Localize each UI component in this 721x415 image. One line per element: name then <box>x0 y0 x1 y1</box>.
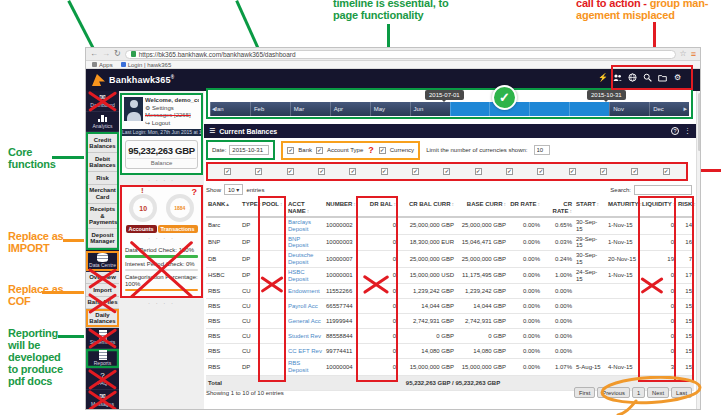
sidebar-item-deposit-manager[interactable]: Deposit Manager <box>88 229 117 248</box>
sidebar-item-analytics[interactable]: Analytics <box>86 112 119 133</box>
search-icon[interactable] <box>643 73 652 82</box>
currency-filter-checkbox[interactable]: ✓ <box>537 168 544 175</box>
date-input[interactable] <box>229 145 269 155</box>
sidebar-item-debit-balances[interactable]: Debit Balances <box>88 153 117 172</box>
currency-checkbox[interactable]: ✓ <box>379 147 386 154</box>
entries-select[interactable]: 10 ▾ <box>224 184 243 195</box>
panel-help-icon[interactable]: ? <box>671 127 679 135</box>
table-cell[interactable]: Deutsche Deposit <box>286 251 324 268</box>
logout-link[interactable]: ↪ Logout <box>145 120 199 128</box>
flash-icon[interactable]: ⚡ <box>598 73 607 82</box>
users-icon[interactable] <box>613 73 622 82</box>
bookmark-login[interactable]: Login | hawk365 <box>121 62 172 68</box>
panel-menu-icon[interactable]: ☰ <box>209 127 215 135</box>
currency-filter-checkbox[interactable]: ✓ <box>381 168 388 175</box>
table-header-cell[interactable]: DR BAL <box>358 199 398 217</box>
table-header-cell[interactable]: RISK <box>676 199 694 217</box>
currency-filter-checkbox[interactable]: ✓ <box>318 168 325 175</box>
timeline-left-arrow-icon[interactable]: ◂ <box>212 102 216 116</box>
pagination-button[interactable]: First <box>574 387 595 398</box>
currency-filter-checkbox[interactable]: ✓ <box>443 168 450 175</box>
table-cell[interactable]: Student Rev <box>286 329 324 344</box>
reload-icon[interactable]: ↻ <box>114 50 121 58</box>
currency-filter-checkbox[interactable]: ✓ <box>631 168 638 175</box>
timeline-month[interactable]: Apr <box>330 102 370 116</box>
timeline-month[interactable]: Mar <box>290 102 330 116</box>
currency-filter-checkbox[interactable]: ✓ <box>349 168 356 175</box>
forward-icon[interactable]: → <box>102 50 110 58</box>
currency-filter-checkbox[interactable]: ✓ <box>224 168 231 175</box>
sidebar-item-reports[interactable]: Reports <box>86 349 119 370</box>
table-header-cell[interactable]: START <box>574 199 606 217</box>
folder-icon[interactable] <box>658 73 667 82</box>
balance-card[interactable]: 95,232,263 GBP Balance <box>125 140 198 169</box>
table-cell[interactable]: General Acc <box>286 314 324 329</box>
address-bar[interactable]: https://bk365.bankhawk.com/bankhawk365/d… <box>125 50 676 59</box>
timeline-month[interactable]: Feb <box>250 102 290 116</box>
messages-link[interactable]: Messages [2265] <box>145 112 199 120</box>
table-header-cell[interactable]: NUMBER <box>324 199 358 217</box>
sidebar-item-dashboard[interactable]: ✉ Dashboard <box>86 91 119 112</box>
table-header-cell[interactable]: CR BAL CURR <box>398 199 456 217</box>
back-icon[interactable]: ← <box>90 50 98 58</box>
table-header-cell[interactable]: TYPE <box>240 199 260 217</box>
currency-filter-checkbox[interactable]: ✓ <box>475 168 482 175</box>
pagination-button[interactable]: Previous <box>597 387 630 398</box>
table-header-cell[interactable]: CR RATE <box>542 199 574 217</box>
timeline[interactable]: JanFebMarAprMayJunJulAugSepOctNovDec <box>210 102 689 116</box>
sidebar-item-messages[interactable]: ✉ Messages <box>86 390 119 411</box>
settings-link[interactable]: ⚙ Settings <box>145 105 199 113</box>
table-header-cell[interactable]: ACCT NAME <box>286 199 324 217</box>
bank-checkbox[interactable]: ✓ <box>287 147 294 154</box>
table-header-cell[interactable]: LIQUIDITY <box>640 199 676 217</box>
chrome-menu-icon[interactable]: ≡ <box>691 50 696 59</box>
currency-filter-checkbox[interactable]: ✓ <box>287 168 294 175</box>
sidebar-item-risk[interactable]: Risk <box>88 172 117 185</box>
table-cell[interactable]: RBS Deposit <box>286 359 324 376</box>
sidebar-item-overview[interactable]: Overview <box>86 272 119 285</box>
currency-filter-checkbox[interactable]: ✓ <box>600 168 607 175</box>
scrollbar[interactable] <box>696 91 701 410</box>
currency-filter-checkbox[interactable]: ✓ <box>663 168 670 175</box>
sidebar-item-data-centre[interactable]: Data Centre <box>86 251 119 272</box>
sidebar-item-faq[interactable]: ? FAQ <box>86 369 119 390</box>
sidebar-item-import[interactable]: Import <box>86 284 119 297</box>
table-header-cell[interactable]: POOL <box>260 199 286 217</box>
timeline-month[interactable]: Sep <box>529 102 569 116</box>
table-header-cell[interactable]: DR RATE <box>508 199 542 217</box>
timeline-month[interactable]: Nov <box>609 102 649 116</box>
accounts-badge[interactable]: Accounts <box>126 225 157 233</box>
transactions-donut[interactable]: 1884 <box>166 194 194 222</box>
accounts-donut[interactable]: 10 <box>129 194 157 222</box>
scrollbar-thumb[interactable] <box>698 93 701 151</box>
sidebar-item-bank-files[interactable]: Bank Files <box>86 297 119 310</box>
table-cell[interactable]: BNP Deposit <box>286 234 324 251</box>
sidebar-item-daily-balances[interactable]: Daily Balances <box>86 309 119 328</box>
timeline-month[interactable]: May <box>370 102 410 116</box>
table-header-cell[interactable]: BANK <box>206 199 240 217</box>
search-input[interactable] <box>634 185 692 195</box>
panel-more-icon[interactable]: ⋮ <box>684 127 691 135</box>
limit-input[interactable] <box>534 145 550 155</box>
table-cell[interactable]: Barclays Deposit <box>286 217 324 234</box>
bookmark-apps[interactable]: Apps <box>92 62 113 68</box>
table-cell[interactable]: HSBC Deposit <box>286 267 324 284</box>
pagination-button[interactable]: Last <box>671 387 692 398</box>
sidebar-item-merchant-card[interactable]: Merchant Card <box>88 185 117 204</box>
currency-filter-checkbox[interactable]: ✓ <box>412 168 419 175</box>
currency-filter-checkbox[interactable]: ✓ <box>569 168 576 175</box>
table-cell[interactable]: Endowment <box>286 284 324 299</box>
table-cell[interactable]: CC EFT Rev <box>286 344 324 359</box>
currency-filter-checkbox[interactable]: ✓ <box>255 168 262 175</box>
timeline-right-arrow-icon[interactable]: ▸ <box>683 102 687 116</box>
account-type-checkbox[interactable]: ✓ <box>316 147 323 154</box>
sidebar-item-statements[interactable]: Statements <box>86 328 119 349</box>
sidebar-item-credit-balances[interactable]: Credit Balances <box>88 134 117 153</box>
pagination-button[interactable]: 1 <box>632 387 645 398</box>
table-cell[interactable]: Payroll Acc <box>286 299 324 314</box>
bookmark-star-icon[interactable]: ☆ <box>680 50 687 58</box>
table-header-cell[interactable]: MATURITY <box>606 199 640 217</box>
globe-icon[interactable] <box>628 73 637 82</box>
table-header-cell[interactable]: BASE CURR <box>456 199 508 217</box>
sidebar-item-receipts-payments[interactable]: Receipts & Payments <box>88 204 117 230</box>
